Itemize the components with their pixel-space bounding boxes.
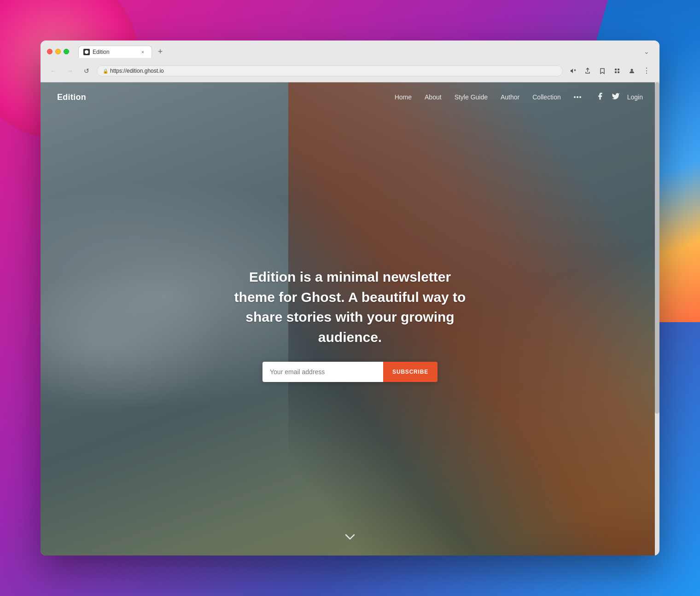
browser-titlebar: Edition × + ⌄ [41,41,659,62]
traffic-light-close[interactable] [47,49,52,54]
hero-content: Edition is a minimal newsletter theme fo… [41,93,659,555]
browser-more-button[interactable]: ⋮ [640,64,653,77]
hero-section: Edition Home About Style Guide Author Co… [41,82,659,555]
traffic-light-minimize[interactable] [55,49,61,54]
tab-title: Edition [93,49,110,55]
subscribe-form: SUBSCRIBE [262,362,438,382]
tab-list-button[interactable]: ⌄ [640,45,653,58]
traffic-light-fullscreen[interactable] [64,49,69,54]
tab-favicon [83,49,90,55]
nav-more-button[interactable] [574,96,581,98]
back-button[interactable]: ← [47,64,60,77]
url-display: https://edition.ghost.io [110,68,164,74]
address-bar[interactable]: 🔒 https://edition.ghost.io [97,65,563,76]
svg-rect-2 [615,69,617,70]
site-nav: Home About Style Guide Author Collection [395,93,581,101]
site-logo[interactable]: Edition [57,93,86,102]
tab-close-button[interactable]: × [140,49,146,55]
bookmark-button[interactable] [596,64,609,77]
mute-button[interactable] [566,64,579,77]
website-content: Edition Home About Style Guide Author Co… [41,82,659,555]
traffic-lights [47,49,69,54]
scrollbar-thumb[interactable] [655,82,659,414]
share-button[interactable] [581,64,594,77]
tabs-area: Edition × + ⌄ [78,45,653,58]
email-input[interactable] [262,362,383,382]
browser-chrome: Edition × + ⌄ ← → ↺ 🔒 https://edition.gh… [41,41,659,82]
scroll-indicator[interactable] [345,533,355,543]
nav-style-guide[interactable]: Style Guide [455,93,488,101]
reload-button[interactable]: ↺ [80,64,93,77]
scrollbar[interactable] [655,82,659,555]
svg-rect-3 [618,69,619,70]
svg-rect-4 [615,71,617,73]
nav-about[interactable]: About [425,93,442,101]
extensions-button[interactable] [611,64,624,77]
browser-actions: ⋮ [566,64,653,77]
svg-point-6 [631,69,633,71]
lock-icon: 🔒 [103,69,107,73]
forward-button[interactable]: → [64,64,76,77]
profile-button[interactable] [625,64,638,77]
browser-window: Edition × + ⌄ ← → ↺ 🔒 https://edition.gh… [41,41,659,555]
browser-addressbar: ← → ↺ 🔒 https://edition.ghost.io [41,62,659,82]
nav-author[interactable]: Author [501,93,519,101]
site-header: Edition Home About Style Guide Author Co… [41,82,659,112]
login-button[interactable]: Login [627,93,643,101]
nav-home[interactable]: Home [395,93,412,101]
site-nav-right: Login [596,92,643,102]
new-tab-button[interactable]: + [154,45,167,58]
facebook-icon[interactable] [596,92,604,102]
twitter-icon[interactable] [612,92,620,102]
hero-title: Edition is a minimal newsletter theme fo… [230,267,470,347]
browser-tab-active[interactable]: Edition × [78,46,152,58]
subscribe-button[interactable]: SUBSCRIBE [383,362,438,382]
svg-rect-5 [618,71,619,73]
nav-collection[interactable]: Collection [532,93,560,101]
